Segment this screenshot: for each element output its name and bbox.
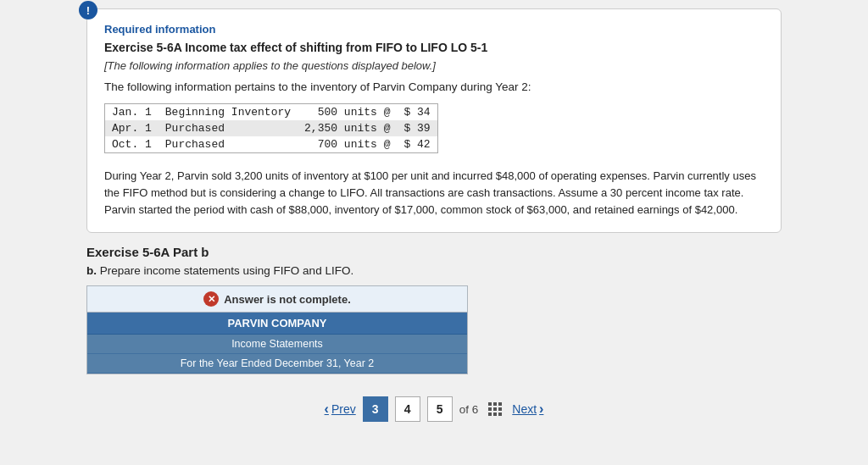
description: The following information pertains to th…	[104, 80, 764, 93]
instruction-bold: b.	[86, 264, 97, 277]
inventory-action: Beginning Inventory	[159, 104, 298, 120]
page-wrapper: ! Required information Exercise 5-6A Inc…	[0, 0, 868, 465]
next-button[interactable]: Next ›	[512, 401, 543, 417]
next-chevron: ›	[539, 401, 543, 417]
inventory-quantity: 500 units @	[298, 104, 397, 120]
instruction-text: Prepare income statements using FIFO and…	[100, 264, 353, 277]
part-instruction: b. Prepare income statements using FIFO …	[86, 264, 782, 277]
inventory-price: $ 34	[397, 104, 437, 120]
inventory-date: Apr. 1	[105, 120, 159, 136]
statement-title-row: Income Statements	[87, 335, 467, 354]
required-label: Required information	[104, 23, 764, 36]
inventory-row: Apr. 1 Purchased 2,350 units @ $ 39	[105, 120, 437, 136]
answer-incomplete-bar: ✕ Answer is not complete.	[87, 286, 467, 313]
content-area: ! Required information Exercise 5-6A Inc…	[86, 8, 782, 430]
inventory-date: Oct. 1	[105, 136, 159, 152]
info-icon: !	[79, 1, 97, 19]
inventory-table: Jan. 1 Beginning Inventory 500 units @ $…	[104, 103, 438, 153]
company-name-row: PARVIN COMPANY	[87, 313, 467, 335]
error-icon: ✕	[203, 291, 219, 307]
page-3-button[interactable]: 3	[363, 396, 388, 422]
inventory-row: Oct. 1 Purchased 700 units @ $ 42	[105, 136, 437, 152]
page-3-label: 3	[372, 402, 379, 416]
grid-icon[interactable]	[488, 402, 502, 416]
page-5-label: 5	[437, 402, 443, 416]
of-text: of 6	[459, 403, 479, 416]
inventory-action: Purchased	[159, 120, 298, 136]
italic-note: [The following information applies to th…	[104, 59, 764, 72]
info-box: ! Required information Exercise 5-6A Inc…	[86, 8, 782, 233]
inventory-action: Purchased	[159, 136, 298, 152]
inventory-row: Jan. 1 Beginning Inventory 500 units @ $…	[105, 104, 437, 120]
page-4-button[interactable]: 4	[395, 396, 420, 422]
inventory-date: Jan. 1	[105, 104, 159, 120]
paragraph-text: During Year 2, Parvin sold 3,200 units o…	[104, 168, 764, 219]
pagination-bar: ‹ Prev 3 4 5 of 6 Next ›	[86, 388, 782, 430]
exercise-title: Exercise 5-6A Income tax effect of shift…	[104, 41, 764, 54]
prev-label[interactable]: Prev	[331, 402, 356, 416]
inventory-quantity: 2,350 units @	[298, 120, 397, 136]
part-title: Exercise 5-6A Part b	[86, 245, 782, 259]
page-5-button[interactable]: 5	[427, 396, 453, 422]
exercise-part: Exercise 5-6A Part b b. Prepare income s…	[86, 245, 782, 374]
page-4-label: 4	[404, 402, 411, 416]
prev-button[interactable]: ‹ Prev	[325, 401, 356, 417]
inventory-price: $ 42	[397, 136, 437, 152]
period-label-row: For the Year Ended December 31, Year 2	[87, 354, 467, 374]
inventory-price: $ 39	[397, 120, 437, 136]
next-label[interactable]: Next	[512, 402, 537, 416]
answer-status-text: Answer is not complete.	[224, 293, 351, 306]
inventory-quantity: 700 units @	[298, 136, 397, 152]
answer-area: ✕ Answer is not complete. PARVIN COMPANY…	[86, 285, 468, 374]
prev-chevron: ‹	[325, 401, 329, 417]
